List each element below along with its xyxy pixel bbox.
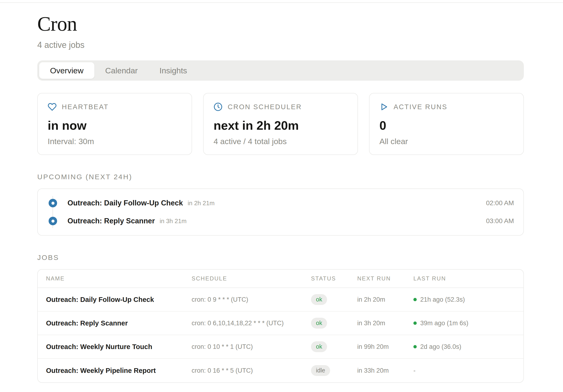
job-last-run: - [413, 367, 515, 374]
table-row[interactable]: Outreach: Weekly Pipeline Report cron: 0… [38, 359, 523, 382]
status-badge: ok [311, 294, 327, 305]
status-badge: idle [311, 365, 330, 376]
upcoming-item-name: Outreach: Reply Scanner [67, 217, 155, 225]
table-row[interactable]: Outreach: Reply Scanner cron: 0 6,10,14,… [38, 312, 523, 335]
job-last-run: 2d ago (36.0s) [413, 343, 515, 351]
success-dot-icon [413, 345, 417, 348]
upcoming-item-relative: in 2h 21m [188, 200, 215, 207]
upcoming-item-relative: in 3h 21m [160, 217, 186, 225]
column-header-schedule: SCHEDULE [192, 275, 311, 282]
active-runs-card-value: 0 [379, 118, 513, 133]
job-dot-icon [49, 217, 57, 225]
upcoming-section-label: UPCOMING (NEXT 24H) [37, 173, 524, 181]
job-dot-icon [49, 199, 57, 207]
column-header-next-run: NEXT RUN [357, 275, 413, 282]
job-status-cell: ok [311, 294, 357, 305]
page-top-divider [0, 2, 563, 3]
job-schedule: cron: 0 16 * * 5 (UTC) [192, 367, 311, 374]
success-dot-icon [413, 321, 417, 325]
jobs-table: NAME SCHEDULE STATUS NEXT RUN LAST RUN O… [37, 269, 524, 383]
job-last-run-text: - [413, 367, 416, 374]
active-runs-card-header: ACTIVE RUNS [379, 102, 513, 111]
status-badge: ok [311, 318, 327, 329]
active-runs-card: ACTIVE RUNS 0 All clear [369, 93, 524, 155]
job-last-run: 21h ago (52.3s) [413, 296, 515, 303]
job-name: Outreach: Weekly Pipeline Report [46, 367, 192, 375]
jobs-table-header: NAME SCHEDULE STATUS NEXT RUN LAST RUN [38, 270, 523, 288]
heartbeat-card-label: HEARTBEAT [62, 103, 109, 111]
job-next-run: in 99h 20m [357, 343, 413, 351]
cron-scheduler-card-sub: 4 active / 4 total jobs [214, 137, 347, 146]
tab-overview[interactable]: Overview [39, 62, 94, 79]
page-title: Cron [37, 14, 524, 34]
column-header-status: STATUS [311, 275, 357, 282]
play-icon [379, 102, 388, 111]
tab-insights[interactable]: Insights [149, 62, 198, 79]
active-runs-card-label: ACTIVE RUNS [394, 103, 447, 111]
job-schedule: cron: 0 9 * * * (UTC) [192, 296, 311, 303]
cron-scheduler-card-header: CRON SCHEDULER [214, 102, 347, 111]
job-next-run: in 2h 20m [357, 296, 413, 303]
job-next-run: in 33h 20m [357, 367, 413, 374]
job-last-run-text: 39m ago (1m 6s) [420, 320, 468, 327]
job-status-cell: idle [311, 365, 357, 376]
tab-bar: Overview Calendar Insights [37, 60, 524, 81]
job-status-cell: ok [311, 341, 357, 352]
upcoming-item[interactable]: Outreach: Daily Follow-Up Check in 2h 21… [47, 194, 514, 212]
job-last-run-text: 21h ago (52.3s) [420, 296, 465, 303]
job-name: Outreach: Weekly Nurture Touch [46, 343, 192, 351]
clock-icon [214, 102, 222, 111]
cron-scheduler-card-label: CRON SCHEDULER [228, 103, 302, 111]
heartbeat-card-sub: Interval: 30m [48, 137, 182, 146]
upcoming-item[interactable]: Outreach: Reply Scanner in 3h 21m 03:00 … [47, 212, 514, 230]
page-subtitle: 4 active jobs [37, 40, 524, 50]
job-next-run: in 3h 20m [357, 320, 413, 327]
job-last-run: 39m ago (1m 6s) [413, 320, 515, 327]
upcoming-item-time: 03:00 AM [486, 217, 514, 225]
success-dot-icon [413, 298, 417, 301]
cron-page: Cron 4 active jobs Overview Calendar Ins… [0, 0, 563, 392]
jobs-section-label: JOBS [37, 253, 524, 262]
table-row[interactable]: Outreach: Weekly Nurture Touch cron: 0 1… [38, 335, 523, 359]
tab-calendar[interactable]: Calendar [94, 62, 149, 79]
job-schedule: cron: 0 6,10,14,18,22 * * * (UTC) [192, 320, 311, 327]
column-header-last-run: LAST RUN [413, 275, 515, 282]
heartbeat-card: HEARTBEAT in now Interval: 30m [37, 93, 192, 155]
upcoming-list: Outreach: Daily Follow-Up Check in 2h 21… [37, 189, 524, 236]
stat-cards: HEARTBEAT in now Interval: 30m CRON SCHE… [37, 93, 524, 155]
job-name: Outreach: Reply Scanner [46, 319, 192, 327]
job-name: Outreach: Daily Follow-Up Check [46, 296, 192, 303]
column-header-name: NAME [46, 275, 192, 282]
upcoming-item-time: 02:00 AM [486, 199, 514, 207]
job-status-cell: ok [311, 318, 357, 329]
heartbeat-card-header: HEARTBEAT [48, 102, 182, 111]
upcoming-item-name: Outreach: Daily Follow-Up Check [67, 199, 183, 207]
job-schedule: cron: 0 10 * * 1 (UTC) [192, 343, 311, 351]
heartbeat-card-value: in now [48, 118, 182, 133]
active-runs-card-sub: All clear [379, 137, 513, 146]
cron-scheduler-card-value: next in 2h 20m [214, 118, 347, 133]
table-row[interactable]: Outreach: Daily Follow-Up Check cron: 0 … [38, 288, 523, 312]
cron-scheduler-card: CRON SCHEDULER next in 2h 20m 4 active /… [203, 93, 358, 155]
job-last-run-text: 2d ago (36.0s) [420, 343, 461, 351]
heart-icon [48, 102, 57, 111]
status-badge: ok [311, 341, 327, 352]
